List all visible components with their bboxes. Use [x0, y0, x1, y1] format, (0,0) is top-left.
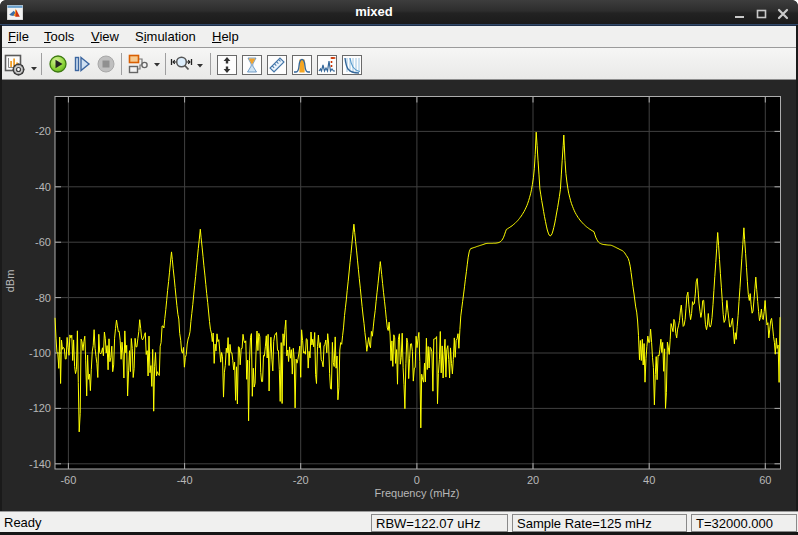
svg-text:-120: -120: [29, 402, 51, 414]
svg-text:-140: -140: [29, 458, 51, 470]
svg-text:-40: -40: [177, 474, 193, 486]
svg-text:-100: -100: [29, 347, 51, 359]
svg-text:-40: -40: [35, 181, 51, 193]
svg-text:-80: -80: [35, 292, 51, 304]
svg-text:40: 40: [643, 474, 655, 486]
svg-text:Frequency (mHz): Frequency (mHz): [375, 487, 460, 499]
svg-text:-60: -60: [35, 236, 51, 248]
svg-text:60: 60: [759, 474, 771, 486]
svg-text:-20: -20: [293, 474, 309, 486]
svg-text:-60: -60: [60, 474, 76, 486]
svg-text:20: 20: [527, 474, 539, 486]
svg-text:dBm: dBm: [4, 270, 16, 293]
svg-text:0: 0: [414, 474, 420, 486]
svg-text:-20: -20: [35, 125, 51, 137]
